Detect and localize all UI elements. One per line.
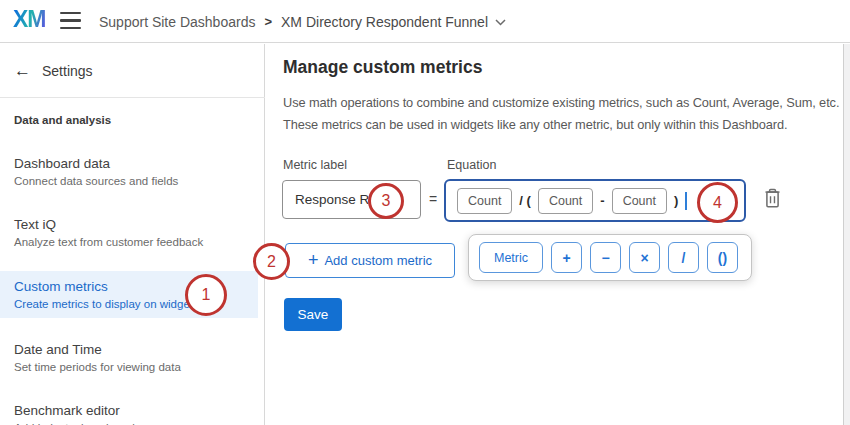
metric-chip-count-1[interactable]: Count (457, 188, 512, 214)
sidebar-item-title: Benchmark editor (14, 403, 244, 418)
sidebar-item-subtitle: Set time periods for viewing data (14, 361, 244, 373)
manage-custom-metrics-panel: Manage custom metrics Use math operation… (266, 44, 843, 425)
back-arrow-icon[interactable]: ← (14, 62, 31, 79)
metric-chip-count-3[interactable]: Count (612, 188, 667, 214)
equals-sign: = (429, 191, 437, 207)
page-title: Manage custom metrics (283, 57, 482, 78)
hamburger-menu-icon[interactable] (60, 12, 81, 29)
annotation-step-2: 2 (253, 243, 290, 280)
operator-minus: - (600, 193, 604, 208)
sidebar-item-subtitle: Connect data sources and fields (14, 175, 244, 187)
annotation-step-3: 3 (368, 183, 404, 219)
sidebar-item-date-and-time[interactable]: Date and Time Set time periods for viewi… (0, 334, 258, 381)
add-custom-metric-button[interactable]: + Add custom metric (285, 243, 455, 278)
breadcrumb: Support Site Dashboards > XM Directory R… (99, 0, 506, 43)
popup-parentheses-button[interactable]: () (707, 242, 738, 273)
description-line-1: Use math operations to combine and custo… (283, 95, 843, 110)
popup-plus-button[interactable]: + (551, 242, 582, 273)
sidebar-item-title: Date and Time (14, 342, 244, 357)
popup-metric-button[interactable]: Metric (479, 242, 543, 273)
sidebar-item-text-iq[interactable]: Text iQ Analyze text from customer feedb… (0, 209, 258, 256)
annotation-step-1: 1 (185, 274, 227, 316)
breadcrumb-root[interactable]: Support Site Dashboards (99, 14, 255, 30)
metric-label-caption: Metric label (283, 158, 347, 172)
trash-icon (763, 188, 782, 209)
settings-sidebar: ← Settings Data and analysis Dashboard d… (0, 44, 265, 425)
xm-logo: XM (13, 6, 46, 33)
breadcrumb-current-label: XM Directory Respondent Funnel (281, 14, 488, 30)
plus-icon: + (308, 251, 319, 269)
save-button[interactable]: Save (284, 298, 342, 331)
operator-close-paren: ) (674, 193, 678, 208)
description-line-2: These metrics can be used in widgets lik… (283, 117, 843, 132)
sidebar-item-benchmark-editor[interactable]: Benchmark editor Add industry benchmarks (0, 395, 258, 425)
text-cursor (685, 192, 687, 210)
annotation-step-4: 4 (697, 182, 738, 223)
breadcrumb-separator-icon: > (264, 14, 272, 29)
delete-metric-button[interactable] (760, 187, 784, 213)
sidebar-item-title: Text iQ (14, 217, 244, 232)
sidebar-section-header: Data and analysis (14, 114, 111, 126)
sidebar-item-title: Dashboard data (14, 156, 244, 171)
popup-minus-button[interactable]: − (590, 242, 621, 273)
operator-popup: Metric + − × / () (468, 234, 752, 281)
operator-divide-open: / ( (519, 193, 531, 208)
top-bar: XM Support Site Dashboards > XM Director… (0, 0, 850, 43)
add-custom-metric-label: Add custom metric (324, 253, 432, 268)
chevron-down-icon (495, 19, 506, 26)
popup-multiply-button[interactable]: × (629, 242, 660, 273)
sidebar-item-dashboard-data[interactable]: Dashboard data Connect data sources and … (0, 148, 258, 195)
popup-divide-button[interactable]: / (668, 242, 699, 273)
metric-chip-count-2[interactable]: Count (538, 188, 593, 214)
equation-caption: Equation (447, 158, 496, 172)
breadcrumb-current-dropdown[interactable]: XM Directory Respondent Funnel (281, 14, 506, 30)
settings-back-row[interactable]: ← Settings (0, 44, 265, 98)
dashboard-settings-page: XM Support Site Dashboards > XM Director… (0, 0, 850, 425)
settings-title: Settings (42, 63, 93, 79)
page-edge-strip (843, 44, 850, 425)
sidebar-item-subtitle: Analyze text from customer feedback (14, 236, 244, 248)
